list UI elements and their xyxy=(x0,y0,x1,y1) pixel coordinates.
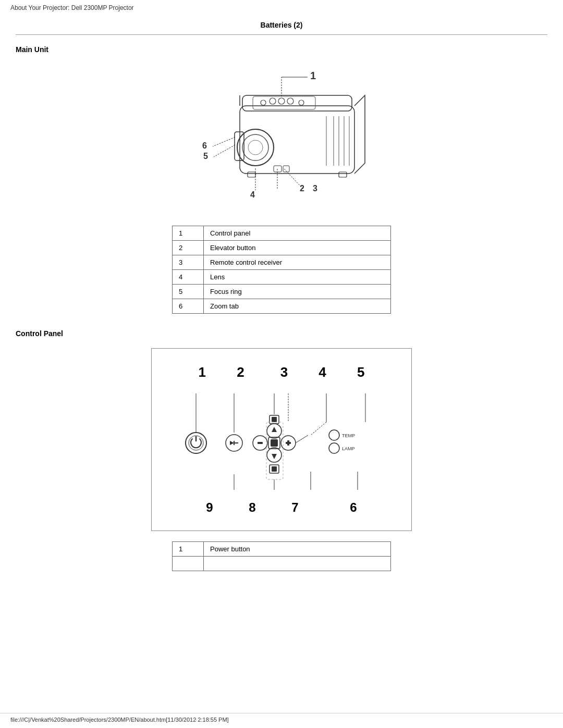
svg-rect-46 xyxy=(272,417,277,422)
cp-num-9: 9 xyxy=(206,500,213,515)
cp-num-5: 5 xyxy=(357,364,364,380)
svg-text:2: 2 xyxy=(300,184,304,193)
svg-point-63 xyxy=(329,443,339,453)
cp-num-7: 7 xyxy=(291,500,298,515)
svg-point-16 xyxy=(299,100,304,105)
svg-rect-0 xyxy=(240,106,354,174)
part-label: Elevator button xyxy=(204,241,391,255)
page-title: About Your Projector: Dell 2300MP Projec… xyxy=(10,4,134,11)
projector-image-container: 1 3 2 4 5 6 xyxy=(16,64,547,215)
cp-num-8: 8 xyxy=(249,500,255,515)
part-number: 3 xyxy=(173,255,204,270)
svg-marker-48 xyxy=(272,427,277,432)
svg-line-71 xyxy=(296,435,308,443)
svg-line-32 xyxy=(213,137,235,146)
cp-num-4: 4 xyxy=(319,364,326,380)
svg-point-4 xyxy=(242,134,268,161)
svg-rect-50 xyxy=(258,442,263,444)
part-label: Zoom tab xyxy=(204,299,391,314)
cp-num-2: 2 xyxy=(237,364,244,380)
svg-rect-52 xyxy=(271,439,278,447)
main-unit-parts-table: 1Control panel2Elevator button3Remote co… xyxy=(172,226,391,314)
svg-point-12 xyxy=(261,100,266,105)
main-unit-section: Main Unit xyxy=(16,45,547,314)
svg-text:5: 5 xyxy=(203,152,208,161)
table-row: 4Lens xyxy=(173,270,391,285)
svg-point-15 xyxy=(287,98,293,104)
part-label xyxy=(204,557,391,571)
footer-text: file:///C|/Venkat%20Shared/Projectors/23… xyxy=(10,717,229,723)
part-number xyxy=(173,557,204,571)
svg-rect-55 xyxy=(287,440,289,446)
cp-num-6: 6 xyxy=(350,500,357,515)
part-label: Control panel xyxy=(204,226,391,241)
table-row: 6Zoom tab xyxy=(173,299,391,314)
svg-text:6: 6 xyxy=(202,141,207,150)
svg-line-30 xyxy=(214,145,235,157)
svg-marker-57 xyxy=(272,454,277,459)
table-row: 1Control panel xyxy=(173,226,391,241)
svg-rect-59 xyxy=(272,466,277,472)
svg-rect-1 xyxy=(242,95,352,111)
part-number: 5 xyxy=(173,285,204,299)
svg-text:LAMP: LAMP xyxy=(342,446,355,451)
cp-top-numbers: 1 2 3 4 5 xyxy=(173,364,390,380)
control-panel-image-container: 1 2 3 4 5 xyxy=(16,348,547,531)
part-number: 1 xyxy=(173,226,204,241)
cp-num-1: 1 xyxy=(199,364,206,380)
svg-rect-19 xyxy=(248,172,255,177)
part-label: Focus ring xyxy=(204,285,391,299)
svg-text:TEMP: TEMP xyxy=(342,433,355,438)
table-row: 2Elevator button xyxy=(173,241,391,255)
cp-num-3: 3 xyxy=(280,364,288,380)
svg-text:1: 1 xyxy=(310,70,316,81)
part-label: Power button xyxy=(204,542,391,557)
projector-diagram: 1 3 2 4 5 6 xyxy=(172,64,391,215)
section-divider xyxy=(16,34,547,35)
svg-point-61 xyxy=(329,430,339,440)
page-footer: file:///C|/Venkat%20Shared/Projectors/23… xyxy=(0,713,563,723)
page-header: About Your Projector: Dell 2300MP Projec… xyxy=(0,0,563,16)
control-panel-heading: Control Panel xyxy=(16,329,547,338)
table-row: 1Power button xyxy=(173,542,391,557)
part-label: Remote control receiver xyxy=(204,255,391,270)
batteries-section: Batteries (2) xyxy=(16,21,547,29)
svg-text:3: 3 xyxy=(313,184,317,193)
svg-marker-42 xyxy=(230,441,234,445)
part-number: 2 xyxy=(173,241,204,255)
control-panel-box: 1 2 3 4 5 xyxy=(151,348,412,531)
svg-point-13 xyxy=(270,98,276,104)
svg-rect-20 xyxy=(339,172,347,177)
part-number: 4 xyxy=(173,270,204,285)
control-panel-section: Control Panel 1 2 3 4 5 xyxy=(16,329,547,571)
table-row xyxy=(173,557,391,571)
table-row: 3Remote control receiver xyxy=(173,255,391,270)
table-row: 5Focus ring xyxy=(173,285,391,299)
batteries-title: Batteries (2) xyxy=(16,21,547,29)
main-unit-heading: Main Unit xyxy=(16,45,547,54)
control-panel-parts-table: 1Power button xyxy=(172,541,391,571)
cp-diagram-body: TEMP LAMP xyxy=(173,393,390,498)
part-number: 1 xyxy=(173,542,204,557)
svg-line-70 xyxy=(311,422,326,435)
svg-point-5 xyxy=(248,140,263,155)
cp-bottom-numbers: 9 8 7 6 xyxy=(173,500,390,515)
control-panel-svg: TEMP LAMP xyxy=(173,393,402,498)
part-number: 6 xyxy=(173,299,204,314)
part-label: Lens xyxy=(204,270,391,285)
svg-point-14 xyxy=(278,98,285,104)
svg-text:4: 4 xyxy=(250,190,255,199)
